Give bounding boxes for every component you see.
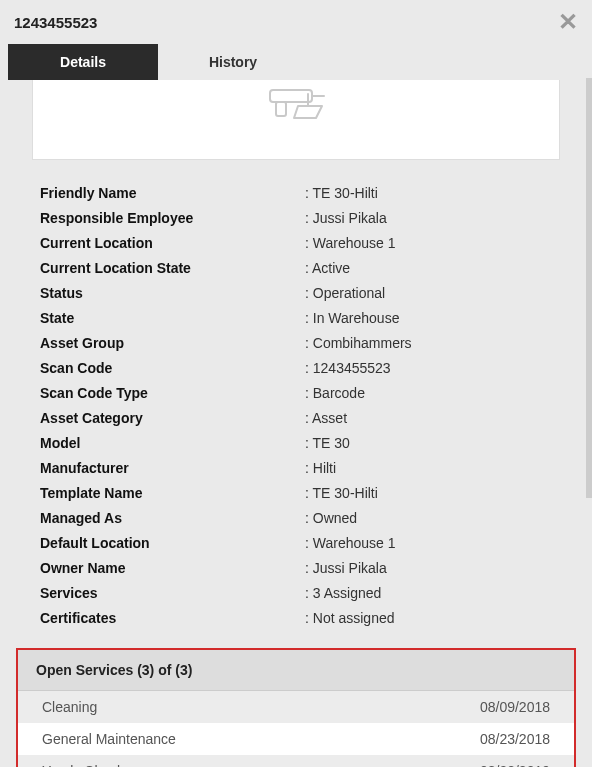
details-list: Friendly Name: TE 30-HiltiResponsible Em… (10, 180, 582, 630)
detail-row: Friendly Name: TE 30-Hilti (40, 180, 552, 205)
detail-label: Owner Name (40, 560, 305, 576)
asset-details-panel: 1243455523 ✕ Details History Friendly Na… (0, 0, 592, 767)
detail-label: Services (40, 585, 305, 601)
detail-row: Status: Operational (40, 280, 552, 305)
detail-label: Model (40, 435, 305, 451)
detail-value: : 1243455523 (305, 360, 552, 376)
service-row: General Maintenance08/23/2018 (18, 723, 574, 755)
detail-value: : TE 30 (305, 435, 552, 451)
svg-rect-0 (270, 90, 312, 102)
detail-value: : Active (305, 260, 552, 276)
detail-label: Scan Code (40, 360, 305, 376)
title-bar: 1243455523 ✕ (0, 0, 592, 44)
detail-value: : Jussi Pikala (305, 560, 552, 576)
detail-row: Scan Code: 1243455523 (40, 355, 552, 380)
detail-label: Asset Group (40, 335, 305, 351)
detail-row: Default Location: Warehouse 1 (40, 530, 552, 555)
service-date: 08/02/2019 (480, 763, 550, 767)
detail-label: Manufacturer (40, 460, 305, 476)
open-services-header: Open Services (3) of (3) (18, 650, 574, 691)
open-services-body: Cleaning08/09/2018General Maintenance08/… (18, 691, 574, 767)
detail-row: Responsible Employee: Jussi Pikala (40, 205, 552, 230)
service-name: General Maintenance (42, 731, 176, 747)
service-row: Cleaning08/09/2018 (18, 691, 574, 723)
detail-label: Scan Code Type (40, 385, 305, 401)
detail-label: Current Location (40, 235, 305, 251)
detail-label: Asset Category (40, 410, 305, 426)
detail-row: Asset Category: Asset (40, 405, 552, 430)
detail-row: Asset Group: Combihammers (40, 330, 552, 355)
detail-row: Scan Code Type: Barcode (40, 380, 552, 405)
detail-row: Current Location State: Active (40, 255, 552, 280)
detail-value: : 3 Assigned (305, 585, 552, 601)
detail-label: Default Location (40, 535, 305, 551)
service-name: Cleaning (42, 699, 97, 715)
open-services-card: Open Services (3) of (3) Cleaning08/09/2… (16, 648, 576, 767)
detail-value: : Asset (305, 410, 552, 426)
detail-value: : Hilti (305, 460, 552, 476)
detail-value: : Operational (305, 285, 552, 301)
detail-value: : Jussi Pikala (305, 210, 552, 226)
tab-bar: Details History (0, 44, 592, 80)
panel-title: 1243455523 (14, 14, 97, 31)
tab-history[interactable]: History (158, 44, 308, 80)
detail-value: : Warehouse 1 (305, 235, 552, 251)
detail-value: : Barcode (305, 385, 552, 401)
detail-label: Managed As (40, 510, 305, 526)
detail-row: State: In Warehouse (40, 305, 552, 330)
detail-value: : Owned (305, 510, 552, 526)
tab-details[interactable]: Details (8, 44, 158, 80)
asset-thumbnail-card (32, 80, 560, 160)
detail-label: Friendly Name (40, 185, 305, 201)
detail-row: Certificates: Not assigned (40, 605, 552, 630)
detail-label: State (40, 310, 305, 326)
service-date: 08/09/2018 (480, 699, 550, 715)
detail-value: : TE 30-Hilti (305, 185, 552, 201)
detail-row: Managed As: Owned (40, 505, 552, 530)
content-scroll: Friendly Name: TE 30-HiltiResponsible Em… (0, 80, 592, 767)
detail-row: Model: TE 30 (40, 430, 552, 455)
drill-icon (264, 84, 328, 126)
close-icon[interactable]: ✕ (558, 10, 578, 34)
detail-label: Certificates (40, 610, 305, 626)
svg-rect-1 (276, 102, 286, 116)
service-row: Yearly Check08/02/2019 (18, 755, 574, 767)
detail-row: Manufacturer: Hilti (40, 455, 552, 480)
detail-label: Template Name (40, 485, 305, 501)
detail-row: Template Name: TE 30-Hilti (40, 480, 552, 505)
detail-value: : In Warehouse (305, 310, 552, 326)
detail-value: : Not assigned (305, 610, 552, 626)
service-date: 08/23/2018 (480, 731, 550, 747)
detail-row: Current Location: Warehouse 1 (40, 230, 552, 255)
vertical-scrollbar[interactable] (586, 78, 592, 498)
detail-label: Status (40, 285, 305, 301)
detail-value: : Combihammers (305, 335, 552, 351)
detail-label: Current Location State (40, 260, 305, 276)
detail-row: Owner Name: Jussi Pikala (40, 555, 552, 580)
detail-value: : Warehouse 1 (305, 535, 552, 551)
detail-row: Services: 3 Assigned (40, 580, 552, 605)
detail-value: : TE 30-Hilti (305, 485, 552, 501)
detail-label: Responsible Employee (40, 210, 305, 226)
service-name: Yearly Check (42, 763, 124, 767)
